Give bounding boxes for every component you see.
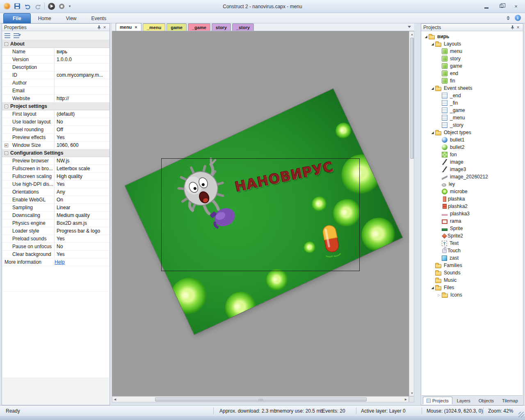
tree-item-zast[interactable]: zast <box>422 254 523 262</box>
close-panel-icon[interactable]: × <box>515 25 521 30</box>
editor-tab-menu[interactable]: _menu <box>143 23 165 31</box>
section-header-configuration-settings[interactable]: -Configuration Settings <box>2 149 110 157</box>
property-value[interactable] <box>54 79 110 87</box>
pin-icon[interactable] <box>509 25 515 30</box>
close-tab-icon[interactable]: × <box>135 25 137 30</box>
tree-item-story[interactable]: _story <box>422 121 523 129</box>
tree-item-sprite[interactable]: Sprite <box>422 225 523 232</box>
ribbon-tab-file[interactable]: File <box>3 13 31 23</box>
redo-icon[interactable] <box>34 2 41 10</box>
property-value[interactable]: High quality <box>54 173 110 180</box>
editor-tab-menu[interactable]: menu× <box>116 23 142 31</box>
collapse-section-icon[interactable]: - <box>5 151 8 155</box>
close-panel-icon[interactable]: × <box>102 25 107 30</box>
property-value[interactable]: No <box>54 118 110 126</box>
tree-item-sprite2[interactable]: Sprite2 <box>422 232 523 240</box>
tree-item-story[interactable]: story <box>422 55 523 62</box>
debug-layout-icon[interactable] <box>58 2 65 10</box>
tree-item-families[interactable]: Families <box>422 262 523 269</box>
editor-tab-game[interactable]: _game <box>188 23 210 31</box>
ribbon-tab-view[interactable]: View <box>59 13 84 23</box>
tree-item-icons[interactable]: ▷Icons <box>422 291 523 299</box>
tree-item-files[interactable]: ◢Files <box>422 284 523 291</box>
categorized-view-icon[interactable] <box>5 33 10 38</box>
save-icon[interactable] <box>14 2 21 10</box>
tree-item-event-sheets[interactable]: ◢Event sheets <box>422 84 523 92</box>
editor-tab-story[interactable]: _story <box>232 23 254 31</box>
collapse-arrow-icon[interactable]: ◢ <box>423 35 429 39</box>
collapse-section-icon[interactable]: - <box>5 42 8 46</box>
panel-tab-projects[interactable]: Projects <box>423 397 452 404</box>
section-header-project-settings[interactable]: -Project settings <box>2 103 110 110</box>
property-value[interactable]: Letterbox scale <box>54 165 110 172</box>
sort-az-icon[interactable] <box>14 33 19 38</box>
tree-item-end[interactable]: end <box>422 70 523 77</box>
property-value[interactable]: 1.0.0.0 <box>54 56 110 63</box>
ribbon-tab-events[interactable]: Events <box>84 13 114 23</box>
restore-button[interactable] <box>497 3 505 9</box>
tree-item-bullet2[interactable]: bullet2 <box>422 144 523 151</box>
tree-item-fin[interactable]: _fin <box>422 99 523 107</box>
property-value[interactable]: com.mycompany.m... <box>54 71 110 79</box>
property-value[interactable]: (default) <box>54 110 110 118</box>
tree-item-end[interactable]: _end <box>422 92 523 99</box>
undo-icon[interactable] <box>24 2 31 10</box>
property-value[interactable]: Any <box>54 188 110 196</box>
tree-item-rama[interactable]: rama <box>422 217 523 225</box>
tree-item-image[interactable]: image <box>422 158 523 166</box>
toolbar-dropdown-icon[interactable]: ▼ <box>68 5 71 8</box>
collapse-arrow-icon[interactable]: ◢ <box>430 42 435 46</box>
about-info-icon[interactable]: i <box>515 15 521 21</box>
ribbon-tab-home[interactable]: Home <box>31 13 59 23</box>
property-value[interactable]: вирь <box>54 48 110 55</box>
tree-item-plashka3[interactable]: plashka3 <box>422 210 523 217</box>
minimize-button[interactable] <box>482 3 491 9</box>
scroll-up-icon[interactable]: ▲ <box>409 32 415 37</box>
tree-item-fon[interactable]: fon <box>422 151 523 158</box>
tree-item-touch[interactable]: Touch <box>422 247 523 254</box>
property-value[interactable]: Yes <box>54 180 110 188</box>
tree-item-object-types[interactable]: ◢Object types <box>422 129 523 136</box>
layout-canvas[interactable]: НАНОВИРУС <box>112 31 409 396</box>
tree-item-game[interactable]: game <box>422 62 523 70</box>
property-value[interactable]: Linear <box>54 204 110 211</box>
property-value[interactable]: Box2D asm.js <box>54 219 110 227</box>
collapse-arrow-icon[interactable]: ◢ <box>430 131 435 135</box>
collapse-arrow-icon[interactable]: ◢ <box>430 286 435 290</box>
run-layout-icon[interactable] <box>48 2 55 10</box>
property-value[interactable]: On <box>54 196 110 203</box>
property-value[interactable]: Yes <box>54 235 110 242</box>
expand-property-icon[interactable]: + <box>5 144 8 147</box>
vertical-scroll-thumb[interactable] <box>410 38 414 159</box>
tree-item-ley[interactable]: ley <box>422 180 523 188</box>
scroll-left-icon[interactable]: ◀ <box>112 397 118 402</box>
tree-item-text[interactable]: Text <box>422 240 523 247</box>
tree-item-image3[interactable]: image3 <box>422 166 523 173</box>
close-button[interactable]: × <box>512 3 520 9</box>
property-value[interactable]: NW.js <box>54 157 110 164</box>
editor-tab-story[interactable]: story <box>212 23 231 31</box>
tree-item-вирь[interactable]: ◢вирь <box>422 33 523 40</box>
property-value[interactable]: Yes <box>54 251 110 258</box>
editor-tab-game[interactable]: game <box>167 23 187 31</box>
panel-tab-layers[interactable]: Layers <box>453 397 474 404</box>
scroll-right-icon[interactable]: ▶ <box>403 397 409 402</box>
property-value[interactable]: Progress bar & logo <box>54 227 110 235</box>
tree-item-plashka2[interactable]: plashka2 <box>422 203 523 210</box>
horizontal-scroll-thumb[interactable] <box>155 397 367 402</box>
tree-item-bullet1[interactable]: bullet1 <box>422 136 523 144</box>
vertical-scrollbar[interactable]: ▲ ▼ <box>409 31 414 396</box>
tab-list-dropdown-icon[interactable] <box>408 26 411 28</box>
tree-item-menu[interactable]: _menu <box>422 114 523 121</box>
scroll-down-icon[interactable]: ▼ <box>409 390 415 396</box>
property-value[interactable] <box>54 87 110 94</box>
tree-item-microbe[interactable]: microbe <box>422 188 523 195</box>
tree-item-image-20260212[interactable]: image_20260212 <box>422 173 523 180</box>
expand-arrow-icon[interactable]: ▷ <box>436 293 442 297</box>
tree-item-fin[interactable]: fin <box>422 77 523 84</box>
help-link[interactable]: Help <box>55 259 65 265</box>
collapse-section-icon[interactable]: - <box>5 105 8 108</box>
app-icon[interactable] <box>3 2 11 10</box>
property-value[interactable] <box>54 64 110 71</box>
property-value[interactable]: 1060, 600 <box>54 142 110 149</box>
